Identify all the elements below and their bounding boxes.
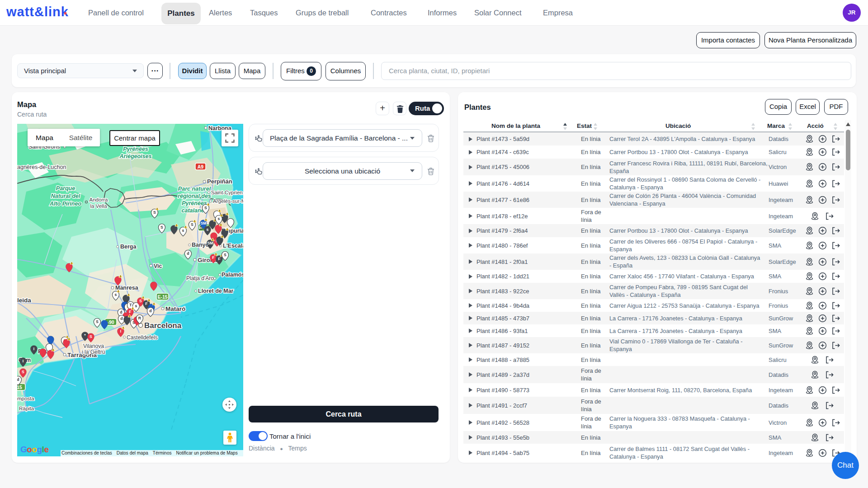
svg-text:S: S — [90, 334, 92, 339]
svg-text:Andorra: Andorra — [90, 197, 108, 202]
svg-text:Lloret de Mar: Lloret de Mar — [198, 288, 234, 294]
svg-text:Natural del: Natural del — [51, 193, 80, 199]
svg-text:Palamós: Palamós — [222, 272, 243, 278]
svg-text:S: S — [204, 206, 207, 210]
svg-text:Castelldefels: Castelldefels — [127, 334, 158, 341]
svg-text:d: d — [120, 316, 123, 321]
svg-text:F: F — [145, 301, 147, 306]
svg-text:SM: SM — [200, 221, 206, 225]
svg-text:R: R — [138, 316, 142, 320]
svg-text:F: F — [129, 310, 131, 314]
svg-text:Vilanova: Vilanova — [83, 343, 104, 349]
svg-text:A9: A9 — [198, 164, 204, 169]
svg-text:d: d — [149, 309, 151, 313]
svg-text:mposta: mposta — [17, 396, 34, 401]
svg-text:Pyrénées: Pyrénées — [123, 146, 148, 152]
svg-text:E-15: E-15 — [157, 294, 167, 300]
svg-text:S: S — [153, 210, 156, 215]
svg-text:s: s — [207, 227, 209, 232]
svg-text:Saint-Cyprien: Saint-Cyprien — [211, 190, 243, 195]
svg-text:-90: -90 — [107, 319, 114, 325]
svg-text:SM: SM — [207, 241, 213, 245]
svg-text:Berga: Berga — [120, 244, 137, 250]
svg-text:I: I — [33, 347, 34, 351]
svg-text:Platja d'Aro: Platja d'Aro — [186, 275, 214, 282]
svg-text:i la Geltrú: i la Geltrú — [82, 349, 105, 355]
svg-text:Barcelona: Barcelona — [144, 321, 182, 330]
svg-text:Argelès-sur-M: Argelès-sur-M — [213, 198, 243, 204]
svg-text:S: S — [22, 370, 24, 374]
svg-text:d: d — [187, 251, 189, 256]
svg-text:s: s — [218, 216, 220, 221]
svg-text:I: I — [120, 329, 121, 333]
svg-text:Parque: Parque — [56, 185, 75, 192]
svg-text:S: S — [160, 225, 163, 230]
svg-text:F: F — [212, 255, 214, 260]
svg-text:Mataró: Mataró — [165, 305, 185, 312]
svg-text:régional des: régional des — [178, 193, 211, 199]
svg-text:S: S — [96, 319, 99, 324]
svg-text:leida: leida — [17, 297, 31, 304]
svg-text:Alto Pirineo: Alto Pirineo — [49, 201, 82, 207]
svg-text:s: s — [135, 304, 137, 308]
svg-text:Ràpita: Ràpita — [19, 406, 34, 411]
svg-text:s: s — [182, 228, 184, 233]
svg-text:la Vella: la Vella — [90, 203, 107, 209]
svg-text:d: d — [120, 310, 122, 314]
svg-text:S: S — [139, 299, 142, 303]
svg-text:F: F — [218, 257, 220, 261]
svg-text:Ariégeoises: Ariégeoises — [119, 153, 152, 160]
svg-text:L'Escala: L'Escala — [223, 243, 243, 249]
svg-text:d: d — [17, 377, 19, 382]
svg-text:T: T — [129, 303, 132, 307]
svg-text:s: s — [115, 292, 117, 297]
svg-text:S: S — [191, 222, 193, 227]
svg-text:Vic: Vic — [154, 263, 162, 269]
svg-text:I: I — [23, 359, 24, 363]
svg-text:agnères-de-Luchon: agnères-de-Luchon — [17, 164, 66, 170]
svg-text:Parc naturel: Parc naturel — [178, 186, 211, 192]
svg-text:Perpiñán: Perpiñán — [207, 178, 232, 185]
svg-text:S: S — [224, 253, 226, 257]
